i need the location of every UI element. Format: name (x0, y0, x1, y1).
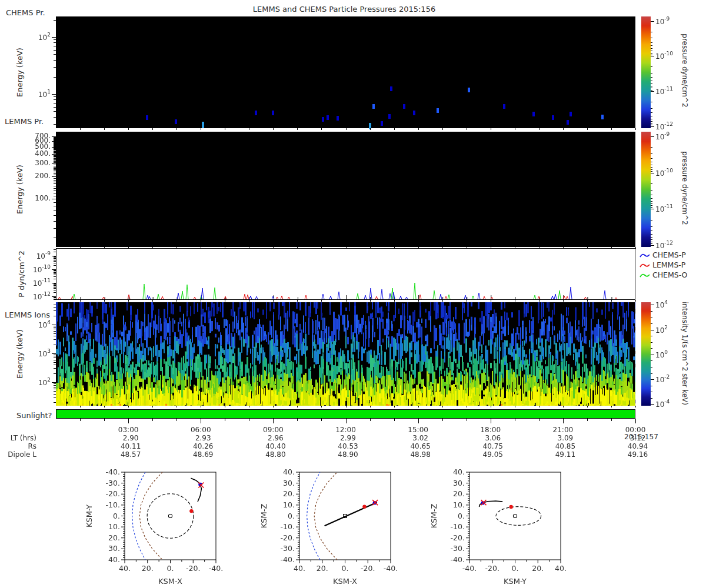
axis-row-value: 49.16 (611, 450, 664, 459)
y-tick-label: 10. (108, 522, 120, 531)
pressure-pixel (567, 120, 569, 125)
colorbar-minor-tick (651, 367, 652, 368)
gap-hour-tick (321, 406, 322, 407)
gap-hour-tick (152, 300, 153, 302)
y-tick-label: 10. (453, 500, 465, 509)
x-tick-label: -20. (186, 564, 200, 573)
gap-hour-tick (80, 128, 81, 130)
colorbar-minor-tick (651, 311, 652, 312)
marker-dot (509, 505, 513, 509)
y-major-tick (52, 283, 56, 283)
gap-hour-tick (635, 300, 636, 302)
ions-intensity-texture (56, 302, 635, 406)
gap-hour-tick (321, 128, 322, 130)
axis-row-value: 48.69 (176, 450, 229, 459)
y-major-tick (52, 296, 56, 297)
trajectory (479, 501, 502, 507)
colorbar-tick-label: 10-10 (655, 168, 673, 178)
colorbar-minor-tick (651, 226, 652, 227)
x-axis-title: KSM-X (158, 577, 182, 586)
colorbar-tick-label: 10-10 (655, 51, 673, 61)
colorbar-minor-tick (651, 112, 652, 113)
pressure-pixel (570, 112, 572, 116)
gap-hour-tick (176, 300, 177, 302)
pressure-spike (73, 294, 75, 299)
pressure-spike (247, 295, 249, 299)
time-tick (346, 419, 347, 423)
colorbar-minor-tick (651, 73, 652, 74)
legend-label: CHEMS-P (650, 250, 686, 259)
gap-hour-tick (491, 300, 491, 302)
gap-hour-tick (104, 128, 105, 130)
colorbar-minor-tick (651, 171, 652, 172)
y-major-tick (52, 353, 56, 354)
pressure-line-plot (56, 248, 635, 300)
pressure-spike (329, 296, 332, 299)
marker-x (481, 500, 487, 505)
colorbar-minor-tick (651, 116, 652, 116)
gap-hour-tick (297, 300, 298, 302)
bow-shock (307, 472, 320, 560)
time-tick (394, 419, 395, 421)
gap-hour-tick (587, 300, 588, 302)
gap-hour-tick (418, 406, 419, 407)
gap-hour-tick (587, 406, 588, 407)
colorbar1-title: pressure dyne/cm^2 (681, 34, 689, 107)
axis-row-label: LT (hrs) (0, 434, 36, 442)
axis-row-value: 3.09 (539, 434, 592, 442)
colorbar-tick-label: 10-2 (655, 375, 670, 384)
orbit-edge-on-trajectory (325, 502, 377, 526)
pressure-spike (584, 297, 587, 299)
gap-hour-tick (370, 300, 371, 302)
pressure-spike (177, 293, 179, 299)
colorbar-minor-tick (651, 169, 652, 170)
x-tick-label: -20. (485, 564, 499, 573)
y-major-tick (52, 325, 56, 325)
y-tick-label: -20. (106, 489, 120, 498)
pressure-spike (551, 296, 554, 299)
pressure-spike (381, 289, 383, 299)
marker-dot (362, 505, 366, 508)
pressure-spike (157, 294, 159, 299)
pressure-spike (405, 297, 408, 299)
line-plot-legend: CHEMS-P LEMMS-P CHEMS-O (640, 249, 704, 280)
marker-x (198, 482, 204, 487)
time-tick (442, 419, 443, 421)
titan-orbit (147, 494, 194, 539)
saturn (513, 514, 517, 518)
pressure-spike (194, 297, 196, 299)
y-tick-label: 40. (453, 467, 465, 476)
colorbar-minor-tick (651, 38, 652, 38)
pressure-spike (148, 296, 151, 299)
pressure-spike (414, 283, 416, 299)
gap-hour-tick (394, 300, 395, 302)
gap-hour-tick (563, 406, 564, 407)
gap-hour-tick (418, 300, 419, 302)
x-tick-label: 0. (167, 564, 174, 573)
legend-label: LEMMS-P (650, 260, 685, 269)
gap-hour-tick (249, 300, 249, 302)
gap-hour-tick (346, 406, 347, 407)
x-tick-label: 0. (342, 564, 349, 573)
y-tick-label: 500. (4, 142, 51, 151)
gap-hour-tick (249, 128, 249, 130)
gap-hour-tick (467, 300, 467, 302)
saturn (344, 514, 347, 518)
axis-row-value: 49.11 (539, 450, 592, 459)
pressure-colorbar-2 (641, 132, 651, 247)
marker-x (372, 500, 378, 505)
pressure-pixel (255, 111, 257, 115)
gap-hour-tick (104, 300, 105, 302)
pressure-spike (276, 297, 278, 299)
lemms-ions-spectrogram (56, 302, 635, 406)
pressure-spike (322, 294, 324, 299)
colorbar-minor-tick (651, 360, 652, 361)
colorbar-minor-tick (651, 119, 652, 119)
panel3-yaxis-title: P dyn/cm^2 (17, 250, 26, 298)
colorbar-minor-tick (651, 323, 652, 324)
y-tick-label: 10-10 (4, 265, 51, 274)
pressure-pixel (202, 122, 204, 128)
colorbar-minor-tick (651, 42, 652, 43)
page-title: LEMMS and CHEMS Particle Pressures 2015:… (176, 5, 512, 14)
titan-orbit (496, 507, 541, 526)
